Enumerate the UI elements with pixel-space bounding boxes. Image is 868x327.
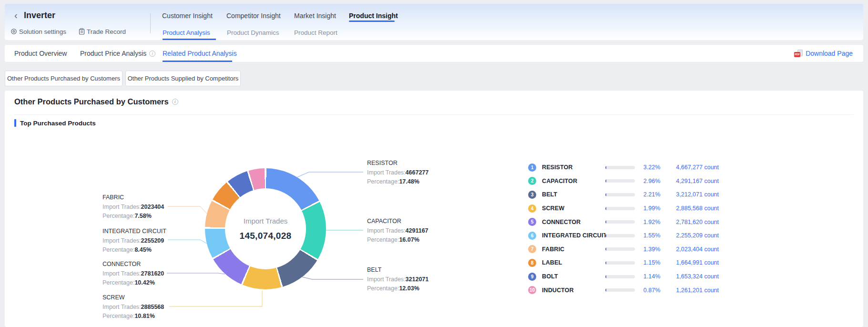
header: ‹ Inverter Solution settings Trade Recor… xyxy=(5,4,863,40)
rank-progress-bar xyxy=(605,179,635,183)
donut-callout-fabric: FABRIC Import Trades:2023404 Percentage:… xyxy=(102,193,164,221)
callout-trades-value: 2885568 xyxy=(141,304,164,310)
rank-product-name: SCREW xyxy=(542,205,605,212)
callout-pct-value: 16.07% xyxy=(399,236,419,243)
rank-product-name: RESISTOR xyxy=(542,164,605,171)
rank-progress-bar xyxy=(605,220,635,224)
panel-info-icon[interactable]: i xyxy=(172,99,178,105)
rank-progress-fill xyxy=(605,288,606,292)
callout-trades-key: Import Trades: xyxy=(367,227,406,234)
rank-progress-fill xyxy=(605,166,606,169)
subtab-product-report[interactable]: Product Report xyxy=(294,29,337,37)
toolbar-item-product-price-analysis[interactable]: Product Price Analysis i xyxy=(80,45,155,62)
rank-product-name: CAPACITOR xyxy=(542,178,605,184)
rank-percentage: 3.22% xyxy=(643,164,664,171)
callout-pct-value: 7.58% xyxy=(134,213,151,219)
callout-trades-value: 4291167 xyxy=(406,227,429,234)
callout-trades-value: 3212071 xyxy=(406,276,429,283)
section-accent-bar xyxy=(14,119,16,127)
rank-product-name: INTEGRATED CIRCUIT xyxy=(542,232,605,239)
panel-divider xyxy=(14,114,854,115)
rank-product-name: CONNECTOR xyxy=(542,219,605,225)
ranking-row: 9BOLT1.14%1,653,324 count xyxy=(528,270,719,284)
donut-callout-resistor: RESISTOR Import Trades:4667277 Percentag… xyxy=(367,159,429,187)
solution-settings-label: Solution settings xyxy=(19,28,66,35)
callout-trades-value: 2023404 xyxy=(141,204,164,210)
ranking-row: 7FABRIC1.39%2,023,404 count xyxy=(528,243,719,256)
rank-count: 1,664,991 count xyxy=(667,259,719,266)
callout-product-name: CAPACITOR xyxy=(367,217,429,226)
tab-customer-insight[interactable]: Customer Insight xyxy=(162,11,213,20)
callout-trades-key: Import Trades: xyxy=(367,276,406,283)
rank-progress-fill xyxy=(605,193,606,196)
tab-competitor-insight[interactable]: Competitor Insight xyxy=(226,11,281,20)
callout-pct-value: 10.42% xyxy=(134,279,154,286)
rank-badge: 8 xyxy=(528,259,536,267)
top-products-ranking-list: 1RESISTOR3.22%4,667,277 count2CAPACITOR2… xyxy=(528,161,719,297)
rank-badge: 1 xyxy=(528,164,536,172)
tab-market-insight[interactable]: Market Insight xyxy=(294,11,336,20)
rank-percentage: 2.21% xyxy=(643,191,664,198)
pdf-icon: PDF xyxy=(794,50,803,57)
callout-product-name: INTEGRATED CIRCUIT xyxy=(102,227,166,236)
rank-percentage: 1.15% xyxy=(643,259,664,266)
tab-product-insight[interactable]: Product Insight xyxy=(349,11,398,20)
rank-progress-bar xyxy=(605,234,635,237)
ranking-row: 1RESISTOR3.22%4,667,277 count xyxy=(528,161,719,174)
rank-progress-fill xyxy=(605,207,606,210)
donut-callout-connector: CONNECTOR Import Trades:2781620 Percenta… xyxy=(102,260,164,288)
rank-count: 3,212,071 count xyxy=(667,191,719,198)
callout-product-name: SCREW xyxy=(102,293,164,303)
download-page-label: Download Page xyxy=(806,50,853,57)
back-chevron-icon[interactable]: ‹ xyxy=(14,10,18,20)
donut-center-value: 145,074,028 xyxy=(240,231,292,241)
ranking-row: 5CONNECTOR1.92%2,781,620 count xyxy=(528,215,719,229)
trade-record-link[interactable]: Trade Record xyxy=(79,27,126,36)
info-icon[interactable]: i xyxy=(149,51,155,57)
callout-trades-key: Import Trades: xyxy=(102,237,141,244)
callout-trades-key: Import Trades: xyxy=(102,270,141,277)
rank-percentage: 2.96% xyxy=(643,178,664,184)
rank-badge: 10 xyxy=(528,286,536,294)
product-price-analysis-label: Product Price Analysis xyxy=(80,45,146,62)
rank-percentage: 1.92% xyxy=(643,219,664,225)
rank-count: 2,885,568 count xyxy=(667,205,719,212)
solution-settings-link[interactable]: Solution settings xyxy=(10,27,66,36)
rank-count: 1,653,324 count xyxy=(667,273,719,280)
ranking-row: 8LABEL1.15%1,664,991 count xyxy=(528,256,719,270)
rank-badge: 4 xyxy=(528,204,536,213)
subtab-product-dynamics[interactable]: Product Dynamics xyxy=(227,29,279,37)
download-page-button[interactable]: PDF Download Page xyxy=(794,45,853,62)
page: ‹ Inverter Solution settings Trade Recor… xyxy=(0,0,868,327)
toolbar-item-related-product-analysis[interactable]: Related Product Analysis xyxy=(163,45,237,62)
callout-pct-value: 12.03% xyxy=(399,285,419,292)
callout-trades-value: 2255209 xyxy=(141,237,164,244)
callout-product-name: RESISTOR xyxy=(367,159,429,168)
rank-percentage: 0.87% xyxy=(643,287,664,294)
ranking-row: 10INDUCTOR0.87%1,261,201 count xyxy=(528,283,719,297)
toolbar-item-product-overview[interactable]: Product Overview xyxy=(14,45,67,62)
clipboard-icon xyxy=(79,28,85,35)
button-other-products-purchased-by-customers[interactable]: Other Products Purchased by Customers xyxy=(5,71,123,86)
rank-badge: 2 xyxy=(528,177,536,185)
rank-badge: 7 xyxy=(528,245,536,253)
rank-count: 4,291,167 count xyxy=(667,178,719,184)
rank-count: 2,255,209 count xyxy=(667,232,719,239)
callout-trades-key: Import Trades: xyxy=(102,304,141,310)
rank-product-name: BOLT xyxy=(542,273,605,280)
callout-pct-key: Percentage: xyxy=(367,285,399,292)
donut-callout-integrated-circuit: INTEGRATED CIRCUIT Import Trades:2255209… xyxy=(102,227,166,255)
callout-pct-value: 10.81% xyxy=(134,313,154,319)
rank-progress-bar xyxy=(605,288,635,292)
rank-progress-fill xyxy=(605,261,606,265)
donut-chart[interactable]: Import Trades 145,074,028 xyxy=(205,168,326,289)
button-other-products-supplied-by-competitors[interactable]: Other Products Supplied by Competitors xyxy=(125,71,241,86)
ranking-row: 2CAPACITOR2.96%4,291,167 count xyxy=(528,174,719,188)
active-subtab-underline xyxy=(163,39,216,40)
rank-badge: 5 xyxy=(528,218,536,226)
donut-callout-screw: SCREW Import Trades:2885568 Percentage:1… xyxy=(102,293,164,321)
rank-product-name: FABRIC xyxy=(542,246,605,253)
rank-progress-fill xyxy=(605,220,606,224)
subtab-product-analysis[interactable]: Product Analysis xyxy=(163,29,210,37)
callout-trades-key: Import Trades: xyxy=(102,204,141,210)
